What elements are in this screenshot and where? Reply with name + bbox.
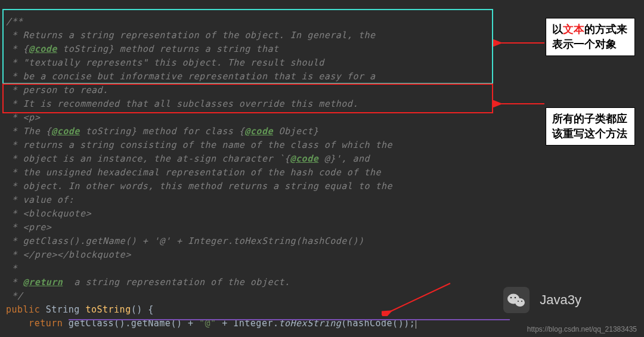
javadoc-tag: @code bbox=[51, 126, 80, 137]
comment-line: * getClass().getName() + '@' + Integer.t… bbox=[6, 236, 364, 246]
javadoc-tag: @code bbox=[244, 126, 273, 137]
svg-point-9 bbox=[518, 301, 519, 302]
svg-point-8 bbox=[515, 297, 516, 299]
brand-watermark: Java3y bbox=[503, 287, 581, 313]
comment-line: * <p> bbox=[6, 112, 40, 123]
comment-line: * person to read. bbox=[6, 85, 109, 95]
comment-line: * object is an instance, the at-sign cha… bbox=[6, 153, 370, 164]
comment-line: * @return a string representation of the… bbox=[6, 277, 290, 287]
comment-line: * object. In other words, this method re… bbox=[6, 181, 392, 191]
comment-line: * The {@code toString} method for class … bbox=[6, 126, 318, 137]
comment-line: * </pre></blockquote> bbox=[6, 249, 131, 260]
comment-line: * "textually represents" this object. Th… bbox=[6, 57, 324, 68]
comment-line: * <pre> bbox=[6, 222, 51, 233]
annotation-text-representation: 以文本的方式来表示一个对象 bbox=[546, 18, 635, 56]
comment-line: * returns a string consisting of the nam… bbox=[6, 140, 392, 150]
method-signature: public String toString() { bbox=[6, 304, 154, 315]
comment-line: */ bbox=[6, 290, 23, 301]
highlighted-term: 文本 bbox=[563, 23, 584, 35]
wechat-icon bbox=[503, 287, 530, 313]
annotation-override-method: 所有的子类都应该重写这个方法 bbox=[546, 107, 635, 146]
svg-point-10 bbox=[521, 301, 522, 302]
comment-line: /** bbox=[6, 16, 23, 27]
svg-point-7 bbox=[510, 297, 512, 299]
comment-line: * <blockquote> bbox=[6, 208, 91, 219]
svg-point-6 bbox=[515, 298, 525, 307]
comment-line: * {@code toString} method returns a stri… bbox=[6, 44, 278, 54]
comment-line: * the unsigned hexadecimal representatio… bbox=[6, 167, 381, 178]
javadoc-tag: @code bbox=[29, 44, 57, 54]
comment-line: * be a concise but informative represent… bbox=[6, 71, 376, 82]
url-watermark: https://blog.csdn.net/qq_21383435 bbox=[527, 325, 637, 333]
text-cursor bbox=[416, 319, 416, 329]
comment-line: * value of: bbox=[6, 194, 74, 205]
comment-line: * bbox=[6, 263, 17, 274]
comment-line: * It is recommended that all subclasses … bbox=[6, 98, 358, 109]
brand-name: Java3y bbox=[540, 292, 581, 307]
javadoc-tag: @return bbox=[23, 277, 63, 287]
code-underline bbox=[69, 319, 510, 320]
comment-line: * Returns a string representation of the… bbox=[6, 30, 376, 41]
javadoc-tag: @code bbox=[290, 153, 319, 164]
